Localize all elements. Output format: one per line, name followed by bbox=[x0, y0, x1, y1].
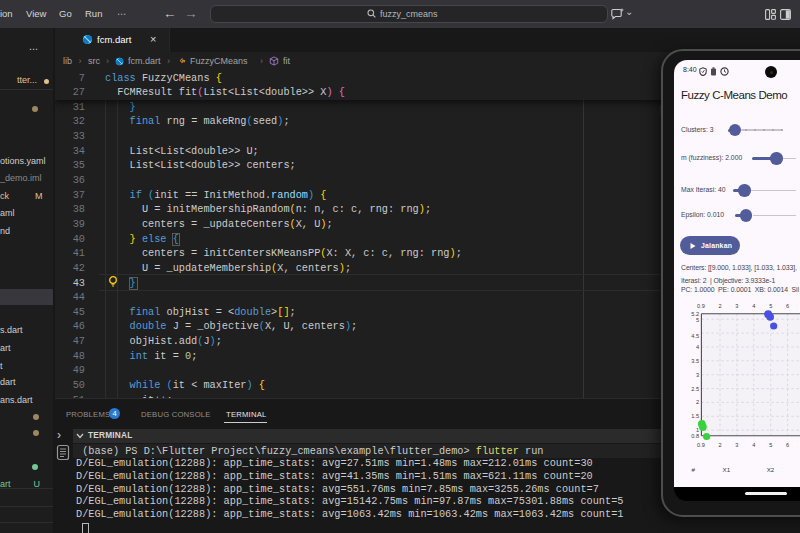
svg-text:6: 6 bbox=[786, 303, 789, 309]
svg-text:3: 3 bbox=[735, 303, 738, 309]
svg-text:4.5: 4.5 bbox=[691, 333, 699, 339]
svg-text:0.9: 0.9 bbox=[697, 303, 705, 309]
svg-text:0.8: 0.8 bbox=[691, 433, 699, 439]
svg-text:1.5: 1.5 bbox=[691, 413, 699, 419]
svg-text:4: 4 bbox=[752, 303, 755, 309]
svg-text:5.2: 5.2 bbox=[691, 311, 699, 317]
svg-text:5: 5 bbox=[769, 442, 772, 448]
svg-text:5: 5 bbox=[696, 317, 699, 323]
svg-text:X2: X2 bbox=[767, 466, 775, 473]
svg-text:0.9: 0.9 bbox=[697, 442, 705, 448]
svg-text:6: 6 bbox=[786, 442, 789, 448]
svg-text:3: 3 bbox=[696, 372, 699, 378]
svg-text:X1: X1 bbox=[723, 466, 731, 473]
svg-text:5: 5 bbox=[769, 303, 772, 309]
svg-text:3.5: 3.5 bbox=[691, 358, 699, 364]
svg-text:2.5: 2.5 bbox=[691, 386, 699, 392]
svg-text:2: 2 bbox=[696, 399, 699, 405]
svg-text:2: 2 bbox=[718, 442, 721, 448]
svg-text:4: 4 bbox=[696, 344, 699, 350]
svg-text:#: # bbox=[692, 466, 696, 473]
svg-text:3: 3 bbox=[735, 442, 738, 448]
svg-text:4: 4 bbox=[752, 442, 755, 448]
svg-text:2: 2 bbox=[718, 303, 721, 309]
